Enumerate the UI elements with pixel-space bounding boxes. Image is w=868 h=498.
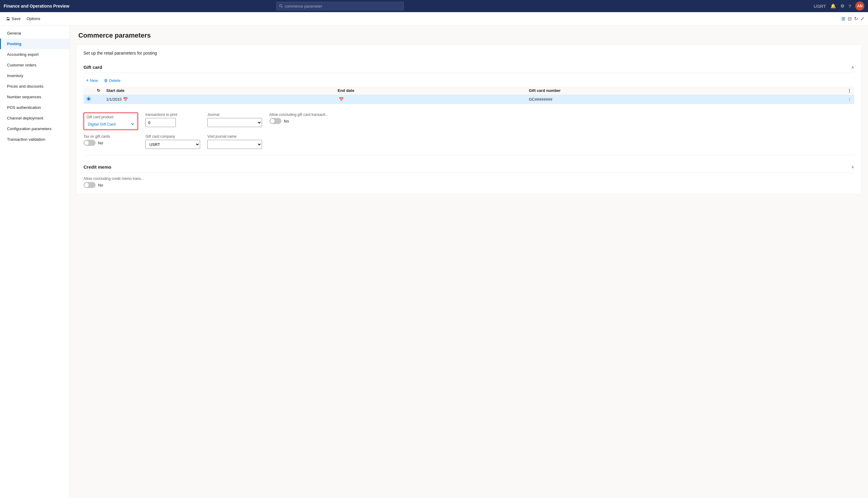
credit-memo-toggle-knob <box>85 183 89 187</box>
sidebar-item-posting[interactable]: Posting <box>0 39 69 49</box>
tax-toggle[interactable] <box>84 140 95 146</box>
row-radio-cell[interactable] <box>84 95 94 104</box>
delete-button[interactable]: 🗑 Delete <box>101 77 123 84</box>
grid-view-icon[interactable]: ⊞ <box>841 16 845 22</box>
svg-rect-3 <box>7 17 9 18</box>
row-more-cell[interactable]: ⋮ <box>844 95 854 104</box>
sidebar-item-number-sequences[interactable]: Number sequences <box>0 92 69 102</box>
new-label: New <box>90 78 98 83</box>
section-description: Set up the retail parameters for posting <box>84 51 854 55</box>
search-icon <box>279 4 283 8</box>
journal-label: Journal <box>207 113 262 117</box>
sidebar-item-channel-deployment[interactable]: Channel deployment <box>0 113 69 123</box>
end-date-calendar-icon[interactable]: 📅 <box>339 97 344 102</box>
form-row-1: Gift card product Digital Gift Card Phys… <box>84 113 854 130</box>
sidebar-item-configuration-parameters[interactable]: Configuration parameters <box>0 123 69 134</box>
credit-memo-section: Credit memo ∧ Allow concluding credit me… <box>84 161 854 188</box>
gift-card-section-title: Gift card <box>84 65 102 70</box>
refresh-icon[interactable]: ↻ <box>854 16 858 22</box>
user-avatar[interactable]: AN <box>855 1 864 11</box>
col-end-date: End date <box>334 87 526 95</box>
row-refresh-cell <box>94 95 103 104</box>
delete-label: Delete <box>109 78 120 83</box>
credit-memo-toggle[interactable] <box>84 182 95 188</box>
save-button[interactable]: Save <box>4 15 23 22</box>
toggle-knob <box>270 119 275 123</box>
void-journal-select[interactable] <box>207 140 262 149</box>
journal-group: Journal <box>207 113 262 127</box>
tax-toggle-group: No <box>84 140 138 146</box>
row-end-date-cell[interactable]: 📅 <box>334 95 526 104</box>
gift-card-form: Gift card product Digital Gift Card Phys… <box>84 109 854 149</box>
credit-memo-section-header: Credit memo ∧ <box>84 161 854 173</box>
save-label: Save <box>12 16 21 21</box>
allow-concluding-toggle-group: No <box>269 118 328 124</box>
top-navigation: Finance and Operations Preview USRT 🔔 ⚙ … <box>0 0 868 12</box>
journal-select[interactable] <box>207 118 262 127</box>
plus-icon: + <box>86 78 89 83</box>
page-title: Commerce parameters <box>78 31 859 39</box>
credit-memo-toggle-group: No <box>84 182 854 188</box>
section-divider <box>84 155 854 155</box>
gift-card-company-select[interactable]: USRT <box>145 140 200 149</box>
start-date-calendar-icon[interactable]: 📅 <box>123 97 128 102</box>
cmd-bar-right-icons: ⊞ ⊟ ↻ ⤢ <box>841 16 864 22</box>
sidebar-item-accounting-export[interactable]: Accounting export <box>0 49 69 60</box>
credit-memo-collapse-icon[interactable]: ∧ <box>851 165 854 169</box>
collapse-icon[interactable]: ∧ <box>851 65 854 69</box>
top-nav-icons: USRT 🔔 ⚙ ? AN <box>814 1 864 11</box>
svg-rect-2 <box>7 19 9 20</box>
sidebar-item-prices-discounts[interactable]: Prices and discounts <box>0 81 69 92</box>
options-button[interactable]: Options <box>24 15 43 22</box>
row-more-icon[interactable]: ⋮ <box>847 97 851 102</box>
allow-concluding-toggle[interactable] <box>269 118 281 124</box>
col-gift-card-number: Gift card number <box>526 87 844 95</box>
gift-card-section-header: Gift card ∧ <box>84 62 854 73</box>
svg-line-1 <box>281 7 282 8</box>
sidebar-item-pos-authentication[interactable]: POS authentication <box>0 102 69 113</box>
page-title-area: Commerce parameters <box>70 25 868 44</box>
sidebar-item-general[interactable]: General <box>0 28 69 39</box>
gift-card-company-group: Gift card company USRT <box>145 134 200 149</box>
gift-card-product-label: Gift card product <box>87 115 135 119</box>
col-start-date: Start date <box>103 87 334 95</box>
gift-card-product-group: Gift card product Digital Gift Card Phys… <box>84 113 138 130</box>
row-radio[interactable] <box>87 97 91 101</box>
sidebar-item-transaction-validation[interactable]: Transaction validation <box>0 134 69 145</box>
gift-card-number-value: GC######## <box>529 97 552 102</box>
sidebar-item-customer-orders[interactable]: Customer orders <box>0 60 69 70</box>
save-icon <box>6 17 10 21</box>
row-start-date-cell[interactable]: 1/1/2015 📅 <box>103 95 334 104</box>
row-gift-card-number-cell[interactable]: GC######## <box>526 95 844 104</box>
sidebar-item-inventory[interactable]: Inventory <box>0 70 69 81</box>
tax-on-gift-cards-label: Tax on gift cards <box>84 134 138 139</box>
allow-concluding-value: No <box>284 119 289 123</box>
main-area: Commerce parameters Set up the retail pa… <box>70 25 868 498</box>
settings-icon[interactable]: ⚙ <box>840 3 844 9</box>
tax-toggle-knob <box>85 141 89 145</box>
username-label: USRT <box>814 4 826 9</box>
expand-icon[interactable]: ⤢ <box>860 16 864 22</box>
gift-card-grid: ↻ Start date End date Gift card number <box>84 87 854 104</box>
start-date-value: 1/1/2015 <box>106 97 122 102</box>
allow-concluding-credit-memo-label: Allow concluding credit memo trans... <box>84 176 854 181</box>
credit-memo-section-title: Credit memo <box>84 165 112 170</box>
table-row[interactable]: 1/1/2015 📅 📅 GC# <box>84 95 854 104</box>
search-box[interactable] <box>276 2 404 10</box>
search-input[interactable] <box>285 4 401 9</box>
sidebar: General Posting Accounting export Custom… <box>0 25 70 498</box>
notification-icon[interactable]: 🔔 <box>830 3 836 9</box>
allow-concluding-credit-memo-group: Allow concluding credit memo trans... No <box>84 176 854 188</box>
more-col-icon: ⋮ <box>847 88 851 93</box>
split-view-icon[interactable]: ⊟ <box>848 16 852 22</box>
col-more: ⋮ <box>844 87 854 95</box>
transactions-to-print-label: transactions to print <box>145 113 200 117</box>
tax-on-gift-cards-group: Tax on gift cards No <box>84 134 138 146</box>
gift-card-company-label: Gift card company <box>145 134 200 139</box>
transactions-to-print-input[interactable] <box>145 118 176 127</box>
tax-toggle-value: No <box>98 141 103 145</box>
gift-card-product-select[interactable]: Digital Gift Card Physical Gift Card <box>87 120 135 128</box>
new-button[interactable]: + New <box>84 77 100 84</box>
svg-point-0 <box>279 4 281 7</box>
help-icon[interactable]: ? <box>848 4 851 9</box>
